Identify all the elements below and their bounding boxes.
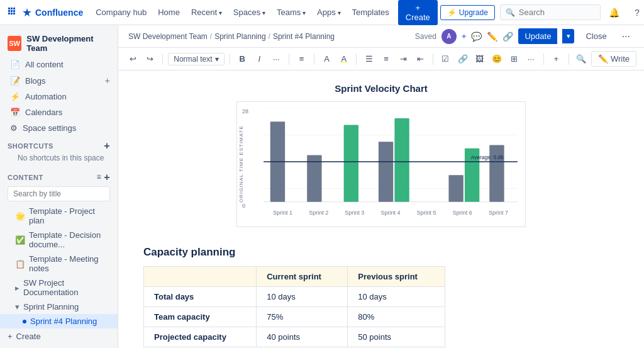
write-button[interactable]: ✏️ Write: [591, 51, 636, 67]
template-project-icon: 🌟: [15, 211, 25, 221]
breadcrumb: SW Development Team / Sprint Planning / …: [128, 32, 335, 41]
toolbar-sep-1: [162, 53, 163, 65]
italic-button[interactable]: I: [252, 51, 267, 67]
x-label-2: Sprint 2: [309, 210, 328, 216]
breadcrumb-team[interactable]: SW Development Team: [128, 32, 208, 41]
create-button[interactable]: Create: [398, 0, 438, 25]
nav-home[interactable]: Home: [153, 5, 185, 20]
notifications-icon[interactable]: 🔔: [606, 4, 623, 21]
chart-area: 28 0 ORIGINAL TIME ESTIMATE: [236, 101, 526, 227]
redo-button[interactable]: ↪: [143, 51, 157, 67]
comment-icon[interactable]: 💬: [471, 31, 482, 42]
svg-rect-8: [13, 13, 15, 14]
insert-button[interactable]: +: [549, 51, 564, 67]
update-button[interactable]: Update: [518, 28, 557, 44]
x-label-1: Sprint 1: [273, 210, 292, 216]
content-filter-icon[interactable]: ≡: [97, 172, 102, 182]
more-insert-button[interactable]: ···: [524, 51, 538, 67]
table-cell-team-capacity-current: 75%: [257, 307, 348, 327]
content-area: SW Development Team / Sprint Planning / …: [118, 25, 644, 348]
bold-button[interactable]: B: [235, 51, 249, 67]
sidebar-sw-project-doc[interactable]: ▸ SW Project Documentation: [0, 276, 118, 300]
sidebar-item-automation[interactable]: ⚡ Automation: [0, 89, 118, 104]
sw-project-icon: ▸: [15, 283, 19, 293]
sidebar-item-blogs[interactable]: 📝 Blogs +: [0, 72, 118, 89]
update-dropdown-button[interactable]: ▾: [562, 29, 574, 43]
chevron-down-icon: ▾: [215, 55, 219, 64]
sidebar-item-all-content[interactable]: 📄 All content: [0, 57, 118, 72]
nav-spaces[interactable]: Spaces: [228, 5, 270, 20]
text-style-selector[interactable]: Normal text ▾: [168, 53, 224, 65]
search-by-title[interactable]: [0, 184, 118, 204]
upgrade-button[interactable]: ⚡ Upgrade: [440, 5, 495, 20]
nav-templates[interactable]: Templates: [347, 5, 394, 20]
blogs-add-icon[interactable]: +: [105, 76, 110, 86]
shortcuts-add-icon[interactable]: +: [104, 141, 110, 151]
outdent-button[interactable]: ⇤: [413, 51, 428, 67]
breadcrumb-sprint-planning[interactable]: Sprint Planning: [214, 32, 265, 41]
sidebar: SW SW Development Team 📄 All content 📝 B…: [0, 25, 118, 348]
indent-button[interactable]: ⇥: [396, 51, 411, 67]
close-button[interactable]: Close: [579, 29, 613, 43]
highlight-button[interactable]: A: [336, 51, 351, 67]
sidebar-item-calendars[interactable]: 📅 Calendars: [0, 104, 118, 120]
sidebar-item-space-settings[interactable]: ⚙ Space settings: [0, 120, 118, 136]
sprint4-dot-icon: [23, 320, 26, 323]
svg-rect-4: [11, 10, 13, 12]
link-icon[interactable]: 🔗: [502, 31, 513, 42]
emoji-button[interactable]: 😊: [489, 51, 504, 67]
confluence-logo[interactable]: Confluence: [8, 7, 83, 18]
sidebar-template-meeting[interactable]: 📋 Template - Meeting notes: [0, 252, 118, 276]
undo-button[interactable]: ↩: [126, 51, 140, 67]
sidebar-sprint4-planning[interactable]: Sprint #4 Planning: [0, 314, 118, 328]
team-header[interactable]: SW SW Development Team: [0, 30, 118, 57]
add-editors-icon[interactable]: +: [462, 31, 467, 41]
table-cell-team-capacity-label: Team capacity: [144, 307, 257, 327]
editor-avatar[interactable]: A: [441, 29, 457, 44]
template-decision-icon: ✅: [15, 235, 25, 245]
sidebar-search-input[interactable]: [8, 186, 110, 201]
table-button[interactable]: ⊞: [506, 51, 521, 67]
toolbar-sep-4: [314, 53, 314, 65]
table-row: Projected capacity 40 points 50 points: [144, 327, 445, 347]
task-button[interactable]: ☑: [438, 51, 453, 67]
breadcrumb-sprint4[interactable]: Sprint #4 Planning: [273, 32, 335, 41]
x-label-6: Sprint 6: [453, 210, 472, 216]
image-button[interactable]: 🖼: [472, 51, 487, 67]
numbered-list-button[interactable]: ≡: [379, 51, 393, 67]
create-page-button[interactable]: + Create: [0, 328, 118, 344]
sidebar-template-decision[interactable]: ✅ Template - Decision docume...: [0, 228, 118, 252]
space-settings-icon: ⚙: [10, 123, 18, 133]
svg-rect-5: [13, 10, 15, 12]
nav-company-hub[interactable]: Company hub: [91, 5, 152, 20]
link-button[interactable]: 🔗: [455, 51, 470, 67]
bullet-list-button[interactable]: ☰: [362, 51, 376, 67]
find-button[interactable]: 🔍: [574, 51, 589, 67]
sprint-planning-icon: ▾: [15, 302, 19, 312]
top-navigation: Confluence Company hub Home Recent Space…: [0, 0, 644, 25]
template-meeting-icon: 📋: [15, 259, 25, 269]
app-name: Confluence: [35, 8, 83, 18]
font-color-button[interactable]: A: [319, 51, 334, 67]
align-button[interactable]: ≡: [294, 51, 309, 67]
calendars-icon: 📅: [10, 108, 20, 117]
svg-rect-2: [13, 8, 15, 9]
sidebar-sprint-planning[interactable]: ▾ Sprint Planning: [0, 300, 118, 314]
nav-recent[interactable]: Recent: [186, 5, 227, 20]
search-input[interactable]: [519, 8, 595, 17]
table-cell-total-days-label: Total days: [144, 287, 257, 307]
search-box[interactable]: 🔍: [500, 4, 601, 20]
no-shortcuts-text: No shortcuts in this space: [0, 152, 118, 164]
nav-teams[interactable]: Teams: [272, 5, 311, 20]
more-text-button[interactable]: ···: [269, 51, 284, 67]
sidebar-template-project[interactable]: 🌟 Template - Project plan: [0, 204, 118, 228]
table-header-previous: Previous sprint: [348, 267, 445, 287]
write-icon: ✏️: [598, 54, 608, 64]
content-add-icon[interactable]: +: [104, 172, 110, 182]
edit-icon[interactable]: ✏️: [487, 31, 497, 42]
create-page-icon: +: [8, 332, 13, 341]
svg-rect-16: [344, 125, 358, 202]
help-icon[interactable]: ?: [628, 4, 644, 21]
nav-apps[interactable]: Apps: [312, 5, 345, 20]
more-options-button[interactable]: ···: [618, 28, 634, 45]
